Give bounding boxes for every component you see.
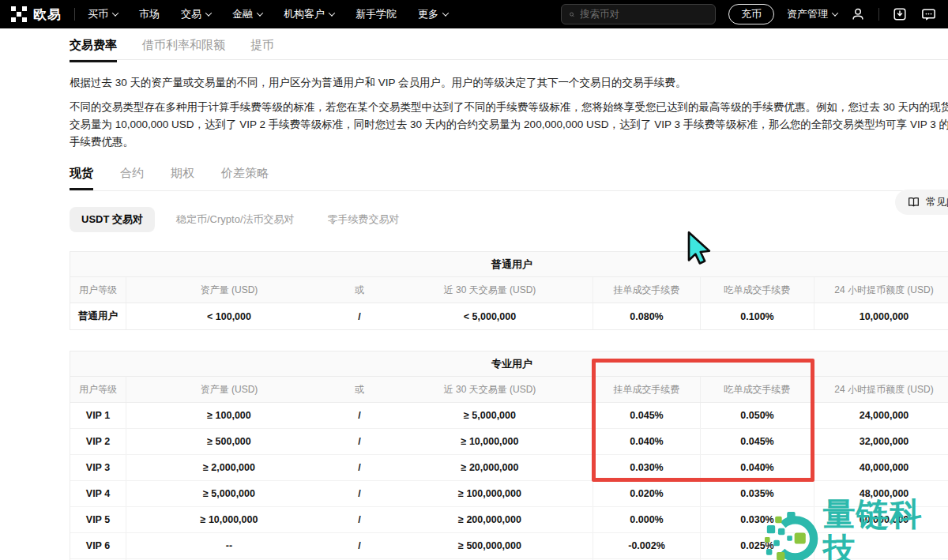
table-row: 普通用户< 100,000/< 5,000,0000.080%0.100%10,… [70, 303, 948, 329]
column-header: 24 小时提币额度 (USD) [814, 277, 948, 303]
table-cell: / [332, 303, 387, 329]
column-header: 近 30 天交易量 (USD) [387, 277, 593, 303]
table-cell: VIP 5 [70, 507, 126, 532]
table-cell: ≥ 10,000,000 [126, 507, 332, 532]
table-cell: ≥ 20,000,000 [387, 455, 593, 480]
table-cell: 24,000,000 [814, 403, 948, 428]
table-title: 专业用户 [70, 351, 948, 377]
okx-logo[interactable]: 欧易 [11, 6, 62, 24]
nav-item-label: 更多 [418, 7, 438, 21]
column-header: 资产量 (USD) [126, 377, 332, 402]
table-cell: / [332, 403, 387, 428]
table-cell: ≥ 5,000,000 [126, 481, 332, 506]
okx-logo-icon [11, 6, 27, 22]
nav-item-label: 交易 [181, 7, 201, 21]
table-cell: VIP 3 [70, 455, 126, 480]
chevron-down-icon [257, 9, 263, 16]
table-cell: 0.045% [701, 429, 814, 454]
nav-item-买币[interactable]: 买币 [88, 7, 118, 21]
table-cell: / [332, 455, 387, 480]
column-header: 吃单成交手续费 [701, 377, 814, 402]
column-header: 吃单成交手续费 [701, 277, 814, 303]
table-cell: / [332, 507, 387, 532]
column-header: 或 [332, 277, 387, 303]
table-cell: 32,000,000 [814, 429, 948, 454]
filter-pill-USDT 交易对[interactable]: USDT 交易对 [70, 207, 155, 232]
table-cell: 0.030% [593, 455, 701, 480]
pro-user-table: 专业用户 用户等级资产量 (USD)或近 30 天交易量 (USD)挂单成交手续… [70, 351, 948, 560]
brand-name: 欧易 [33, 6, 62, 24]
top-navbar: 欧易 买币市场交易金融机构客户新手学院更多 充币 资产管理 [0, 0, 948, 28]
table-cell: / [332, 533, 387, 558]
intro-text: 根据过去 30 天的资产量或交易量的不同，用户区分为普通用户和 VIP 会员用户… [70, 74, 948, 150]
nav-item-交易[interactable]: 交易 [181, 7, 211, 21]
nav-item-金融[interactable]: 金融 [232, 7, 262, 21]
nav-items: 买币市场交易金融机构客户新手学院更多 [88, 7, 448, 21]
search-input[interactable] [580, 9, 707, 20]
market-tab-现货[interactable]: 现货 [70, 166, 93, 190]
page-tabs: 交易费率借币利率和限额提币 [70, 28, 948, 60]
chevron-down-icon [112, 9, 118, 16]
table-header-row: 用户等级资产量 (USD)或近 30 天交易量 (USD)挂单成交手续费吃单成交… [70, 277, 948, 303]
column-header: 挂单成交手续费 [593, 277, 701, 303]
intro-paragraph-1: 根据过去 30 天的资产量或交易量的不同，用户区分为普通用户和 VIP 会员用户… [70, 74, 948, 92]
market-tab-期权[interactable]: 期权 [171, 166, 194, 188]
table-cell: 0.040% [593, 429, 701, 454]
deposit-button[interactable]: 充币 [728, 4, 774, 24]
assets-menu-label: 资产管理 [787, 7, 828, 21]
table-title: 普通用户 [70, 252, 948, 277]
table-cell [814, 533, 948, 558]
nav-item-更多[interactable]: 更多 [418, 7, 448, 21]
tab-借币利率和限额[interactable]: 借币利率和限额 [142, 38, 225, 60]
column-header: 近 30 天交易量 (USD) [387, 377, 593, 402]
filter-pill-稳定币/Crypto/法币交易对[interactable]: 稳定币/Crypto/法币交易对 [164, 207, 307, 232]
table-cell: 10,000,000 [814, 303, 948, 329]
market-tab-合约[interactable]: 合约 [120, 166, 144, 188]
table-row: VIP 6--/≥ 500,000,000-0.002%0.025% [70, 533, 948, 559]
table-row: VIP 1≥ 100,000/≥ 5,000,0000.045%0.050%24… [70, 403, 948, 429]
tab-提币[interactable]: 提币 [250, 38, 274, 60]
table-cell: / [332, 429, 387, 454]
table-cell: 普通用户 [70, 303, 126, 329]
chevron-down-icon [442, 9, 449, 16]
profile-icon[interactable] [850, 6, 866, 22]
column-header: 用户等级 [70, 377, 126, 402]
chevron-down-icon [329, 9, 335, 16]
table-cell: 0.045% [593, 403, 701, 428]
table-cell: 0.025% [701, 533, 814, 558]
table-cell: 0.080% [593, 303, 701, 329]
nav-item-新手学院[interactable]: 新手学院 [356, 7, 397, 21]
search-box[interactable] [561, 4, 716, 24]
table-row: VIP 3≥ 2,000,000/≥ 20,000,0000.030%0.040… [70, 455, 948, 481]
table-cell: 0.030% [701, 507, 814, 532]
table-cell: 0.020% [593, 481, 701, 506]
nav-item-label: 金融 [232, 7, 253, 21]
nav-item-机构客户[interactable]: 机构客户 [284, 7, 334, 21]
table-cell: VIP 6 [70, 533, 126, 558]
table-cell: ≥ 100,000,000 [387, 481, 593, 506]
assets-menu[interactable]: 资产管理 [787, 7, 837, 21]
table-cell: ≥ 5,000,000 [387, 403, 593, 428]
faq-button[interactable]: 常见问题 [895, 190, 948, 215]
column-header: 用户等级 [70, 277, 126, 303]
pair-filters: USDT 交易对稳定币/Crypto/法币交易对零手续费交易对 [70, 207, 948, 232]
support-chat-icon[interactable] [920, 6, 937, 23]
table-cell: VIP 1 [70, 403, 126, 428]
market-tabs: 现货合约期权价差策略 [70, 161, 948, 191]
table-cell: 0.035% [701, 481, 814, 506]
table-cell: 60,000,000 [814, 507, 948, 532]
download-app-icon[interactable] [892, 6, 908, 22]
tab-交易费率[interactable]: 交易费率 [70, 38, 117, 62]
nav-item-市场[interactable]: 市场 [139, 7, 160, 21]
table-cell: 40,000,000 [814, 455, 948, 480]
market-tab-价差策略[interactable]: 价差策略 [221, 166, 269, 188]
column-header: 或 [332, 377, 387, 402]
table-cell: ≥ 100,000 [126, 403, 332, 428]
chevron-down-icon [205, 9, 212, 16]
table-cell: -- [126, 533, 332, 558]
nav-divider [74, 8, 75, 21]
table-row: VIP 2≥ 500,000/≥ 10,000,0000.040%0.045%3… [70, 429, 948, 455]
table-cell: ≥ 200,000,000 [387, 507, 593, 532]
table-cell: < 5,000,000 [387, 303, 593, 329]
filter-pill-零手续费交易对[interactable]: 零手续费交易对 [316, 207, 412, 232]
